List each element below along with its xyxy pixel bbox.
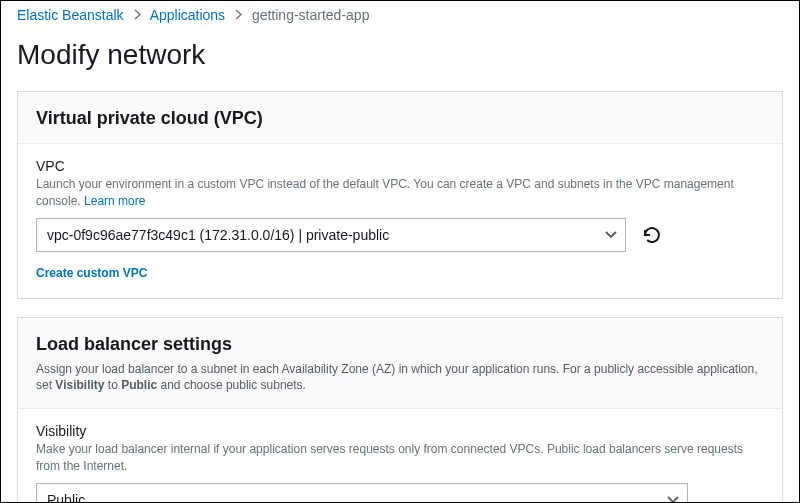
breadcrumb: Elastic Beanstalk Applications getting-s…	[1, 1, 799, 31]
visibility-field-label: Visibility	[36, 423, 764, 439]
lb-panel-title: Load balancer settings	[36, 334, 764, 355]
caret-down-icon	[605, 231, 617, 239]
load-balancer-panel: Load balancer settings Assign your load …	[17, 317, 783, 503]
vpc-field-desc: Launch your environment in a custom VPC …	[36, 176, 764, 210]
breadcrumb-current: getting-started-app	[252, 7, 370, 23]
learn-more-link[interactable]: Learn more	[84, 194, 145, 208]
lb-desc-bold1: Visibility	[55, 378, 104, 392]
breadcrumb-link-applications[interactable]: Applications	[150, 7, 226, 23]
create-custom-vpc-link[interactable]: Create custom VPC	[36, 266, 147, 280]
lb-panel-desc: Assign your load balancer to a subnet in…	[36, 361, 764, 395]
visibility-select-value: Public	[47, 492, 85, 503]
breadcrumb-separator	[235, 9, 242, 20]
lb-desc-mid: to	[104, 378, 121, 392]
vpc-select[interactable]: vpc-0f9c96ae77f3c49c1 (172.31.0.0/16) | …	[36, 218, 626, 252]
visibility-field-desc: Make your load balancer internal if your…	[36, 441, 764, 475]
caret-down-icon	[667, 496, 679, 503]
vpc-panel: Virtual private cloud (VPC) VPC Launch y…	[17, 91, 783, 299]
vpc-select-value: vpc-0f9c96ae77f3c49c1 (172.31.0.0/16) | …	[47, 227, 389, 243]
breadcrumb-separator	[134, 9, 141, 20]
vpc-field-label: VPC	[36, 158, 764, 174]
breadcrumb-link-elastic-beanstalk[interactable]: Elastic Beanstalk	[17, 7, 124, 23]
vpc-panel-title: Virtual private cloud (VPC)	[36, 108, 764, 129]
lb-desc-post: and choose public subnets.	[157, 378, 306, 392]
refresh-icon	[642, 225, 662, 245]
lb-desc-bold2: Public	[121, 378, 157, 392]
page-title: Modify network	[1, 31, 799, 91]
visibility-select[interactable]: Public	[36, 483, 688, 503]
refresh-button[interactable]	[638, 221, 666, 249]
